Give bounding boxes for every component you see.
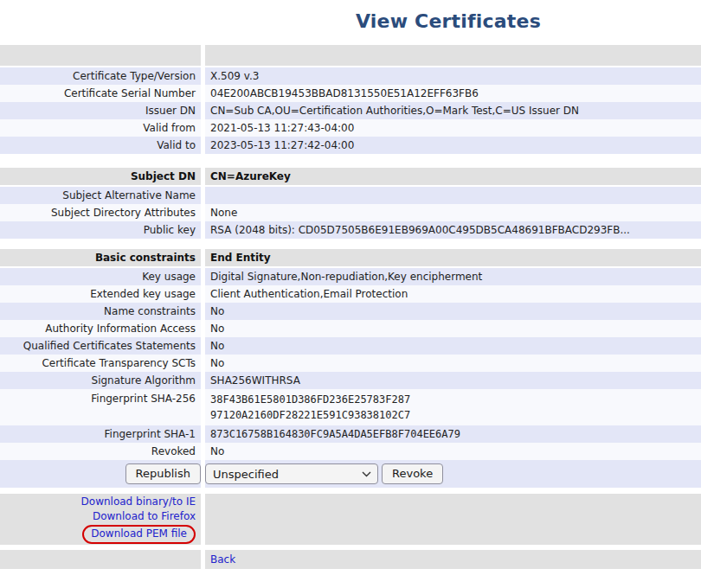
revoke-cell: Unspecified Revoke	[205, 460, 701, 488]
row-key-usage: Key usage Digital Signature,Non-repudiat…	[0, 268, 701, 285]
field-value: RSA (2048 bits): CD05D7505B6E91EB969A00C…	[205, 221, 701, 239]
field-label: Certificate Serial Number	[0, 85, 201, 102]
field-value: No	[205, 320, 701, 337]
download-pem-link[interactable]: Download PEM file	[91, 527, 187, 540]
page-title: View Certificates	[356, 10, 541, 33]
pem-annotation-oval: Download PEM file	[82, 525, 196, 544]
revoke-button[interactable]: Revoke	[382, 463, 443, 484]
row-revoked: Revoked No	[0, 443, 701, 460]
field-value: CN=Sub CA,OU=Certification Authorities,O…	[205, 102, 701, 119]
row-downloads: Download binary/to IE Download to Firefo…	[0, 494, 701, 545]
section-back: Back	[0, 550, 701, 569]
general-header-row	[0, 45, 701, 66]
field-value: No	[205, 443, 701, 460]
field-label: Fingerprint SHA-256	[0, 389, 201, 425]
field-value	[205, 187, 701, 204]
row-qualified-certificates-statements: Qualified Certificates Statements No	[0, 337, 701, 355]
field-value: No	[205, 355, 701, 372]
fingerprint-sha256-line1: 38F43B61E5801D386FD236E25783F287	[210, 392, 410, 407]
certificate-detail-tables: Certificate Type/Version X.509 v.3 Certi…	[0, 45, 701, 569]
general-header-label-cell	[0, 45, 201, 66]
row-basic-constraints: Basic constraints End Entity	[0, 249, 701, 266]
section-subject: Subject DN CN=AzureKey Subject Alternati…	[0, 168, 701, 239]
field-value: 04E200ABCB19453BBAD8131550E51A12EFF63FB6	[205, 85, 701, 102]
row-valid-from: Valid from 2021-05-13 11:27:43-04:00	[0, 119, 701, 137]
field-label: Subject Alternative Name	[0, 187, 201, 204]
field-value: 2021-05-13 11:27:43-04:00	[205, 119, 701, 137]
back-link[interactable]: Back	[210, 553, 235, 566]
row-back: Back	[0, 550, 701, 569]
downloads-empty-cell	[205, 494, 701, 545]
row-extended-key-usage: Extended key usage Client Authentication…	[0, 285, 701, 303]
row-fingerprint-sha1: Fingerprint SHA-1 873C16758B164830FC9A5A…	[0, 425, 701, 443]
row-subject-directory-attributes: Subject Directory Attributes None	[0, 204, 701, 221]
field-value: SHA256WITHRSA	[205, 372, 701, 389]
field-value: None	[205, 204, 701, 221]
download-links-cell: Download binary/to IE Download to Firefo…	[0, 494, 201, 545]
row-public-key: Public key RSA (2048 bits): CD05D7505B6E…	[0, 221, 701, 239]
revocation-reason-select[interactable]: Unspecified	[205, 463, 378, 484]
field-label: Certificate Transparency SCTs	[0, 355, 201, 372]
field-label: Extended key usage	[0, 285, 201, 303]
row-fingerprint-sha256: Fingerprint SHA-256 38F43B61E5801D386FD2…	[0, 389, 701, 425]
row-subject-dn: Subject DN CN=AzureKey	[0, 168, 701, 185]
field-label: Certificate Type/Version	[0, 67, 201, 85]
back-link-cell: Back	[205, 550, 701, 569]
row-certificate-transparency-scts: Certificate Transparency SCTs No	[0, 355, 701, 372]
row-actions: Republish Unspecified Revoke	[0, 460, 701, 488]
section-general: Certificate Type/Version X.509 v.3 Certi…	[0, 45, 701, 154]
row-certificate-serial-number: Certificate Serial Number 04E200ABCB1945…	[0, 85, 701, 102]
revocation-reason-select-wrap: Unspecified	[205, 463, 378, 484]
field-value: X.509 v.3	[205, 67, 701, 85]
field-value: 38F43B61E5801D386FD236E25783F287 97120A2…	[205, 389, 701, 425]
row-subject-alternative-name: Subject Alternative Name	[0, 187, 701, 204]
field-label: Revoked	[0, 443, 201, 460]
download-firefox-link[interactable]: Download to Firefox	[93, 509, 196, 524]
fingerprint-sha256-line2: 97120A2160DF28221E591C93838102C7	[210, 407, 410, 423]
section-header-label: Basic constraints	[0, 249, 201, 266]
row-issuer-dn: Issuer DN CN=Sub CA,OU=Certification Aut…	[0, 102, 701, 119]
field-label: Key usage	[0, 268, 201, 285]
field-value: 873C16758B164830FC9A5A4DA5EFB8F704EE6A79	[205, 425, 701, 443]
field-label: Public key	[0, 221, 201, 239]
row-signature-algorithm: Signature Algorithm SHA256WITHRSA	[0, 372, 701, 389]
field-value: No	[205, 337, 701, 355]
field-value: 2023-05-13 11:27:42-04:00	[205, 137, 701, 154]
back-empty-cell	[0, 550, 201, 569]
section-header-value: End Entity	[205, 249, 701, 266]
general-header-value-cell	[205, 45, 701, 66]
section-constraints: Basic constraints End Entity Key usage D…	[0, 249, 701, 488]
field-label: Signature Algorithm	[0, 372, 201, 389]
section-downloads: Download binary/to IE Download to Firefo…	[0, 494, 701, 545]
section-header-value: CN=AzureKey	[205, 168, 701, 185]
field-label: Qualified Certificates Statements	[0, 337, 201, 355]
field-label: Subject Directory Attributes	[0, 204, 201, 221]
field-label: Valid to	[0, 137, 201, 154]
download-binary-ie-link[interactable]: Download binary/to IE	[81, 495, 196, 509]
republish-button[interactable]: Republish	[125, 463, 201, 484]
row-valid-to: Valid to 2023-05-13 11:27:42-04:00	[0, 137, 701, 154]
field-value: No	[205, 303, 701, 320]
section-header-label: Subject DN	[0, 168, 201, 185]
row-name-constraints: Name constraints No	[0, 303, 701, 320]
row-certificate-type-version: Certificate Type/Version X.509 v.3	[0, 67, 701, 85]
field-value: Digital Signature,Non-repudiation,Key en…	[205, 268, 701, 285]
view-certificates-page: View Certificates Certificate Type/Versi…	[0, 10, 701, 569]
republish-cell: Republish	[0, 460, 201, 488]
field-label: Valid from	[0, 119, 201, 137]
field-label: Issuer DN	[0, 102, 201, 119]
field-label: Fingerprint SHA-1	[0, 425, 201, 443]
field-label: Authority Information Access	[0, 320, 201, 337]
field-value: Client Authentication,Email Protection	[205, 285, 701, 303]
field-label: Name constraints	[0, 303, 201, 320]
page-header: View Certificates	[0, 10, 701, 33]
row-authority-information-access: Authority Information Access No	[0, 320, 701, 337]
